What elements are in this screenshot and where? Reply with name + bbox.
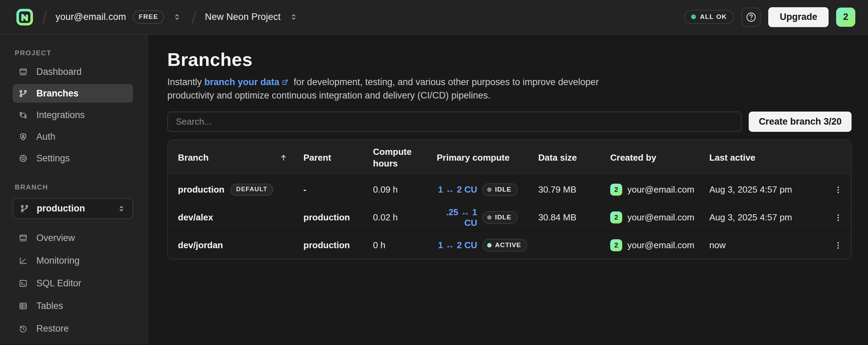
column-header-parent[interactable]: Parent	[303, 152, 373, 163]
column-header-compute-hours[interactable]: Compute hours	[373, 146, 437, 169]
compute-state-badge: IDLE	[482, 211, 518, 224]
state-dot-icon	[487, 243, 492, 248]
sidebar-item-label: Dashboard	[36, 67, 82, 77]
auth-shield-icon	[19, 132, 28, 141]
breadcrumb-divider	[40, 9, 49, 25]
last-active-cell: Aug 3, 2025 4:57 pm	[709, 184, 831, 195]
page-description: Instantly branch your data for developme…	[167, 76, 646, 102]
data-size-cell: 30.79 MB	[538, 184, 610, 195]
primary-compute-cell: 1 ↔ 2 CU ACTIVE	[437, 239, 538, 252]
sidebar: PROJECT Dashboard Branches	[0, 35, 148, 344]
system-status-pill[interactable]: ALL OK	[684, 10, 734, 24]
branch-name-cell: dev/jordan	[178, 240, 303, 251]
branch-name-cell: production DEFAULT	[178, 184, 303, 196]
row-menu-button[interactable]	[831, 238, 846, 253]
column-header-label: Branch	[178, 152, 209, 163]
external-link-icon	[281, 78, 289, 86]
help-icon	[745, 11, 757, 23]
header-actions: ALL OK Upgrade 2	[684, 7, 855, 27]
primary-compute-cell: 1 ↔ 2 CU IDLE	[437, 183, 538, 196]
table-row[interactable]: production DEFAULT - 0.09 h 1 ↔ 2 CU IDL…	[168, 175, 851, 203]
column-header-data-size[interactable]: Data size	[538, 152, 610, 163]
sidebar-item-tables[interactable]: Tables	[13, 297, 133, 315]
kebab-menu-icon	[833, 213, 843, 222]
sidebar-item-sql-editor[interactable]: SQL Editor	[13, 274, 133, 292]
last-active-cell: now	[709, 240, 831, 251]
main-content: Branches Instantly branch your data for …	[148, 35, 868, 344]
state-label: IDLE	[495, 186, 511, 193]
org-name[interactable]: your@email.com	[56, 12, 126, 22]
row-menu-button[interactable]	[831, 182, 846, 197]
neon-logo[interactable]	[16, 8, 34, 26]
state-dot-icon	[487, 187, 492, 192]
sidebar-section-project: PROJECT	[13, 49, 133, 57]
project-name[interactable]: New Neon Project	[205, 12, 281, 22]
sidebar-item-label: Monitoring	[36, 255, 80, 266]
sidebar-item-branches[interactable]: Branches	[13, 84, 133, 103]
column-header-branch[interactable]: Branch	[178, 152, 303, 163]
created-by-cell: 2 your@email.com	[610, 239, 709, 251]
sidebar-item-dashboard[interactable]: Dashboard	[13, 62, 133, 81]
state-label: ACTIVE	[495, 241, 521, 249]
upgrade-button[interactable]: Upgrade	[768, 7, 829, 27]
sidebar-item-monitoring[interactable]: Monitoring	[13, 251, 133, 270]
sidebar-item-label: Settings	[36, 153, 70, 164]
branch-selector[interactable]: production	[13, 198, 133, 219]
column-header-last-active[interactable]: Last active	[709, 152, 831, 163]
sidebar-item-label: SQL Editor	[36, 278, 81, 289]
created-by-cell: 2 your@email.com	[610, 184, 709, 196]
app-header: your@email.com FREE New Neon Project ALL…	[0, 0, 868, 35]
compute-units-link[interactable]: .25 ↔ 1 CU	[437, 207, 477, 228]
chevron-updown-icon	[172, 12, 182, 22]
integrations-icon	[19, 111, 28, 120]
sidebar-section-branch: BRANCH	[13, 183, 133, 191]
description-text: Instantly	[167, 77, 204, 87]
data-size-cell: 30.84 MB	[538, 212, 610, 223]
chevron-updown-icon	[117, 204, 126, 213]
sidebar-item-label: Branches	[36, 88, 79, 99]
table-row[interactable]: dev/alex production 0.02 h .25 ↔ 1 CU ID…	[168, 203, 851, 231]
primary-compute-cell: .25 ↔ 1 CU IDLE	[437, 207, 538, 228]
monitoring-chart-icon	[19, 256, 28, 265]
table-row[interactable]: dev/jordan production 0 h 1 ↔ 2 CU ACTIV…	[168, 231, 851, 259]
sidebar-item-label: Restore	[36, 323, 69, 334]
parent-cell: production	[303, 240, 373, 251]
branch-your-data-link[interactable]: branch your data	[204, 77, 279, 87]
compute-hours-cell: 0.02 h	[373, 212, 437, 223]
parent-cell: -	[303, 184, 373, 195]
project-switcher-button[interactable]	[288, 11, 300, 23]
help-button[interactable]	[742, 8, 761, 27]
chevron-updown-icon	[289, 12, 298, 22]
column-header-created-by[interactable]: Created by	[610, 152, 709, 163]
created-by-cell: 2 your@email.com	[610, 211, 709, 223]
create-branch-button[interactable]: Create branch 3/20	[749, 112, 852, 132]
column-header-primary-compute[interactable]: Primary compute	[437, 152, 538, 163]
compute-hours-cell: 0 h	[373, 240, 437, 251]
row-menu-button[interactable]	[831, 210, 846, 225]
user-avatar[interactable]: 2	[836, 8, 855, 27]
page-title: Branches	[167, 49, 852, 70]
compute-state-badge: IDLE	[482, 183, 518, 196]
compute-units-link[interactable]: 1 ↔ 2 CU	[437, 184, 477, 195]
branch-name: production	[178, 184, 225, 195]
branch-name: dev/jordan	[178, 240, 223, 251]
sidebar-item-label: Tables	[36, 301, 63, 311]
branch-selector-value: production	[37, 203, 85, 214]
sidebar-item-restore[interactable]: Restore	[13, 319, 133, 338]
sidebar-item-overview[interactable]: Overview	[13, 229, 133, 247]
breadcrumb-divider	[190, 9, 198, 25]
restore-history-icon	[19, 324, 28, 333]
tables-grid-icon	[19, 301, 28, 311]
org-switcher-button[interactable]	[171, 11, 183, 23]
branch-name: dev/alex	[178, 212, 213, 223]
sidebar-item-settings[interactable]: Settings	[13, 149, 133, 168]
sidebar-item-label: Auth	[36, 131, 56, 142]
table-header-row: Branch Parent Compute hours Primary comp…	[168, 140, 851, 175]
sidebar-item-integrations[interactable]: Integrations	[13, 106, 133, 124]
gear-icon	[19, 154, 28, 163]
search-input[interactable]	[167, 112, 742, 132]
compute-units-link[interactable]: 1 ↔ 2 CU	[437, 240, 477, 251]
status-dot-icon	[691, 14, 696, 19]
sidebar-item-auth[interactable]: Auth	[13, 127, 133, 146]
state-dot-icon	[487, 215, 492, 220]
